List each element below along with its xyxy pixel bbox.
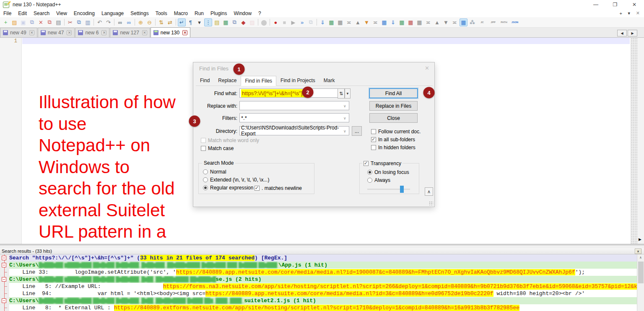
dialog-tab-find-in-projects[interactable]: Find in Projects <box>276 75 319 86</box>
scrollbar-thumb[interactable] <box>638 262 644 283</box>
diff-summary-icon[interactable]: ▦ <box>398 18 406 26</box>
result-row-search[interactable]: Search "https?:\/\/[^\s"]+\&h=[^\s"]+" (… <box>0 254 644 262</box>
show-all-characters-icon[interactable]: ¶ <box>187 18 195 26</box>
cut-icon[interactable]: ✂ <box>66 18 74 26</box>
sigma2-icon[interactable]: ≍ <box>451 18 459 26</box>
menu-item-run[interactable]: Run <box>191 10 207 17</box>
swap-icon[interactable]: ⇅ <box>338 88 345 98</box>
regular-expression-radio[interactable]: Regular expression <box>203 185 253 191</box>
nav-bar-icon[interactable]: ⇓ <box>389 18 397 26</box>
fold-collapse-icon[interactable] <box>2 277 6 282</box>
redo-icon[interactable]: ↷ <box>104 18 112 26</box>
matches-newline-checkbox[interactable]: . matches newline <box>254 185 302 191</box>
diff-table-icon[interactable]: ▦ <box>380 18 388 26</box>
diff-options-icon[interactable]: ▦ <box>415 18 423 26</box>
dialog-tab-mark[interactable]: Mark <box>319 75 339 86</box>
tab-close-icon[interactable]: ✕ <box>182 30 187 35</box>
macro-stop-icon[interactable]: ■ <box>280 18 288 26</box>
folder-as-workspace-icon[interactable]: ⧉ <box>231 18 239 26</box>
swap-dropdown-icon[interactable]: ▼ <box>345 88 351 98</box>
plugin-pdf-icon[interactable]: ◆ <box>239 18 247 26</box>
copy-icon[interactable]: ⧉ <box>75 18 83 26</box>
tab-list-dropdown-icon[interactable]: ▼ <box>627 11 631 16</box>
tab-close-icon[interactable]: ✕ <box>67 30 72 35</box>
scroll-up-icon[interactable]: ∧ <box>637 254 644 261</box>
new-tab-plus-icon[interactable]: + <box>619 11 622 16</box>
macro-run-multiple-icon[interactable]: » <box>298 18 306 26</box>
compare-options-icon[interactable]: ▦ <box>460 18 467 26</box>
result-row-file[interactable]: C:\Users\█▆███▆██▌▆████▆███▌██▆█▆██▌█▆██… <box>0 262 644 269</box>
result-row-file[interactable]: C:\Users\█▆███▆██▌▆████▆███▌██▆█▆██▌█▆██… <box>0 297 644 304</box>
indent-guide-icon[interactable]: ⋮ <box>204 18 212 26</box>
sync-vertical-scroll-icon[interactable]: ⇅ <box>157 18 165 26</box>
tab-new-130[interactable]: new 130✕ <box>151 27 190 37</box>
tab-new-127[interactable]: new 127✕ <box>110 28 150 37</box>
macro-save-icon[interactable]: ⧉ <box>307 18 315 26</box>
filters-input[interactable]: *.* ∨ <box>239 113 349 122</box>
jpp-plugin-icon[interactable]: JPP <box>488 18 498 26</box>
macro-play-icon[interactable]: ▶ <box>289 18 297 26</box>
save-icon[interactable]: ▣ <box>19 18 27 26</box>
first-diff-icon[interactable]: ≍ <box>345 18 353 26</box>
browse-directory-button[interactable]: ... <box>352 126 362 136</box>
tab-new-49[interactable]: new 49✕ <box>0 28 37 37</box>
tab-close-icon[interactable]: ✕ <box>101 30 106 35</box>
menu-item-plugins[interactable]: Plugins <box>207 10 230 17</box>
down-triangle-icon[interactable]: ▼ <box>442 18 450 26</box>
prev-diff-icon[interactable]: ▲ <box>354 18 362 26</box>
menu-item-edit[interactable]: Edit <box>15 10 30 17</box>
chevron-down-icon[interactable]: ∨ <box>343 104 347 108</box>
result-row-line[interactable]: Line 33: logoImage.setAttribute('src', '… <box>0 269 644 276</box>
sigma-icon[interactable]: ≍ <box>424 18 432 26</box>
transparency-slider[interactable] <box>367 189 410 190</box>
minimize-button[interactable]: — <box>586 0 605 9</box>
paste-icon[interactable]: ▥ <box>84 18 92 26</box>
follow-current-doc-checkbox[interactable]: Follow current doc. <box>371 129 421 135</box>
fold-collapse-icon[interactable] <box>2 256 6 260</box>
menu-item-[interactable]: ? <box>255 10 265 17</box>
path-plugin-icon[interactable]: PATH <box>499 18 509 26</box>
word-wrap-icon[interactable]: ↵ <box>178 18 186 26</box>
tab-new-6[interactable]: new 6✕ <box>75 28 109 37</box>
result-row-line[interactable]: Line 8: * External URL : https://840889.… <box>0 304 644 311</box>
next-diff-icon[interactable]: ▼ <box>363 18 371 26</box>
chevron-down-icon[interactable]: ∨ <box>343 130 347 133</box>
results-scrollbar[interactable]: ∧ <box>637 254 644 311</box>
tab-close-icon[interactable]: ✕ <box>29 30 34 35</box>
tab-close-icon[interactable]: ✕ <box>142 30 147 35</box>
directory-input[interactable]: C:\Users\NSI\Downloads\SuiteScripts-Prod… <box>239 126 349 135</box>
macro-record-icon[interactable]: ● <box>272 18 280 26</box>
editor-area[interactable]: 1 Illustration of howto useNotepad++ onW… <box>0 38 644 244</box>
always-radio[interactable]: Always <box>367 177 390 183</box>
transparency-checkbox[interactable]: Transparency <box>362 161 402 166</box>
resize-grip[interactable] <box>429 201 433 205</box>
print-icon[interactable]: ▤ <box>55 18 62 26</box>
menu-item-file[interactable]: File <box>0 10 15 17</box>
maximize-button[interactable]: ❐ <box>605 0 625 9</box>
json-plugin-icon[interactable]: JSON <box>510 18 520 26</box>
up-triangle-icon[interactable]: ▲ <box>433 18 441 26</box>
undo-icon[interactable]: ↶ <box>96 18 104 26</box>
menu-item-window[interactable]: Window <box>230 10 255 17</box>
close-button[interactable]: ✕ <box>625 0 644 9</box>
sync-horizontal-scroll-icon[interactable]: ⇄ <box>166 18 174 26</box>
save-all-icon[interactable]: ⧉ <box>28 18 36 26</box>
collapse-dialog-button[interactable]: ∧ <box>425 187 433 196</box>
in-hidden-folders-checkbox[interactable]: In hidden folders <box>371 145 415 150</box>
close-dialog-button[interactable]: Close <box>369 113 418 123</box>
tree-view-icon[interactable]: ⁂ <box>468 18 476 26</box>
in-all-subfolders-checkbox[interactable]: In all sub-folders <box>371 137 415 143</box>
menu-item-settings[interactable]: Settings <box>127 10 152 17</box>
dialog-tab-replace[interactable]: Replace <box>214 75 241 86</box>
vertical-splitter[interactable] <box>631 38 637 244</box>
match-case-checkbox[interactable]: Match case <box>201 145 234 151</box>
result-row-line[interactable]: Line 94: var html = '<html><body><img sr… <box>0 290 644 297</box>
chevron-down-icon[interactable]: ∨ <box>343 117 347 120</box>
compare-set-first-icon[interactable]: ⇓ <box>319 18 327 26</box>
zoom-in-icon[interactable]: ⊕ <box>137 18 145 26</box>
search-results-panel[interactable]: Search "https?:\/\/[^\s"]+\&h=[^\s"]+" (… <box>0 254 644 311</box>
compare-icon[interactable]: ▦ <box>327 18 335 26</box>
result-row-file[interactable]: C:\Users\█▆███▆██▌▆████▆███▌██▆█▆██▌█▆██… <box>0 276 644 283</box>
dialog-close-icon[interactable]: ✕ <box>425 65 429 71</box>
menu-item-view[interactable]: View <box>53 10 70 17</box>
